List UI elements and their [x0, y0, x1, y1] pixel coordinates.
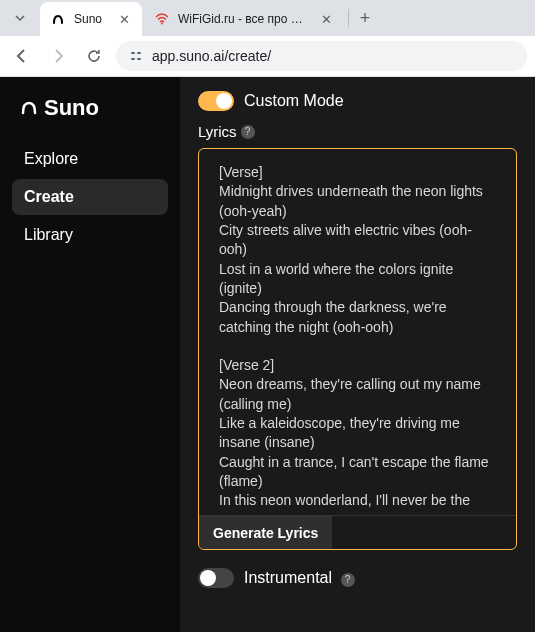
- custom-mode-label: Custom Mode: [244, 92, 344, 110]
- svg-rect-4: [137, 58, 141, 60]
- main-panel: Custom Mode Lyrics ? Generate Lyrics Ins…: [180, 77, 535, 632]
- lyrics-input[interactable]: [199, 149, 516, 511]
- sidebar-item-create[interactable]: Create: [12, 179, 168, 215]
- new-tab-button[interactable]: +: [351, 4, 379, 32]
- browser-tab-inactive[interactable]: WiFiGid.ru - все про WiFi и бе ✕: [144, 2, 344, 36]
- custom-mode-toggle[interactable]: [198, 91, 234, 111]
- app-container: Suno Explore Create Library Custom Mode …: [0, 77, 535, 632]
- tab-title: WiFiGid.ru - все про WiFi и бе: [178, 12, 304, 26]
- svg-rect-3: [131, 58, 135, 60]
- svg-point-0: [161, 23, 163, 25]
- address-bar[interactable]: app.suno.ai/create/: [116, 41, 527, 71]
- help-icon[interactable]: ?: [341, 573, 355, 587]
- browser-tab-active[interactable]: Suno ✕: [40, 2, 142, 36]
- tab-bar: Suno ✕ WiFiGid.ru - все про WiFi и бе ✕ …: [0, 0, 535, 36]
- lyrics-label: Lyrics ?: [198, 123, 517, 140]
- back-button[interactable]: [8, 42, 36, 70]
- site-settings-icon[interactable]: [128, 48, 144, 64]
- logo-text: Suno: [44, 95, 99, 121]
- custom-mode-row: Custom Mode: [198, 91, 517, 111]
- sidebar: Suno Explore Create Library: [0, 77, 180, 632]
- close-icon[interactable]: ✕: [116, 11, 132, 27]
- svg-rect-2: [137, 52, 141, 54]
- reload-button[interactable]: [80, 42, 108, 70]
- lyrics-container: Generate Lyrics: [198, 148, 517, 550]
- suno-favicon-icon: [50, 11, 66, 27]
- browser-toolbar: app.suno.ai/create/: [0, 36, 535, 76]
- tabs-dropdown[interactable]: [6, 4, 34, 32]
- wifi-favicon-icon: [154, 11, 170, 27]
- tab-separator: [348, 9, 349, 27]
- suno-logo-icon: [20, 99, 38, 117]
- sidebar-item-library[interactable]: Library: [12, 217, 168, 253]
- svg-rect-1: [131, 52, 135, 54]
- close-icon[interactable]: ✕: [318, 11, 334, 27]
- browser-chrome: Suno ✕ WiFiGid.ru - все про WiFi и бе ✕ …: [0, 0, 535, 77]
- logo[interactable]: Suno: [12, 95, 168, 141]
- tab-title: Suno: [74, 12, 102, 26]
- sidebar-item-explore[interactable]: Explore: [12, 141, 168, 177]
- forward-button[interactable]: [44, 42, 72, 70]
- instrumental-row: Instrumental ?: [198, 568, 517, 588]
- generate-lyrics-button[interactable]: Generate Lyrics: [199, 516, 332, 549]
- help-icon[interactable]: ?: [241, 125, 255, 139]
- instrumental-label: Instrumental ?: [244, 569, 355, 587]
- instrumental-toggle[interactable]: [198, 568, 234, 588]
- url-text: app.suno.ai/create/: [152, 48, 271, 64]
